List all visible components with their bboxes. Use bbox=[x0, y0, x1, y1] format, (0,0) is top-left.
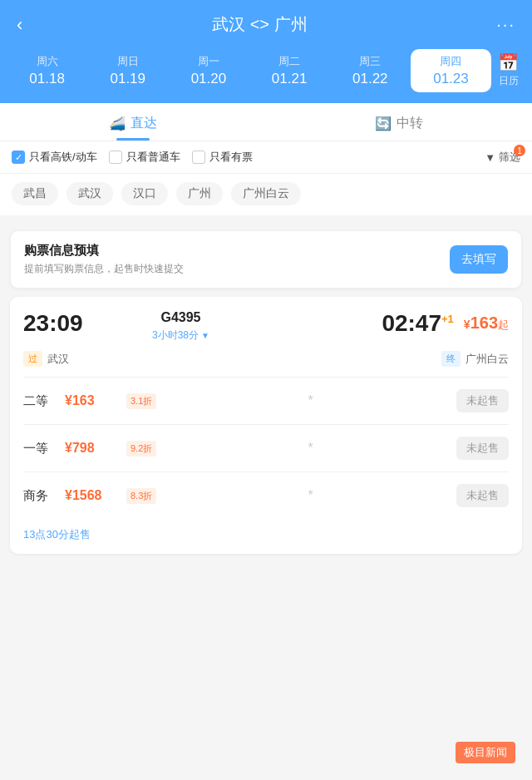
arrival-section: 02:47+1 bbox=[272, 310, 454, 337]
seat-type-second: 二等 bbox=[23, 393, 65, 409]
date-item-0[interactable]: 周六 01.18 bbox=[7, 49, 87, 92]
train-middle-info: G4395 3小时38分 ▼ bbox=[90, 310, 272, 343]
train-price: ¥163起 bbox=[464, 310, 509, 333]
seat-availability-first: * bbox=[165, 441, 456, 456]
seat-price-business: ¥1568 bbox=[65, 488, 123, 503]
seat-discount-business: 8.3折 bbox=[126, 488, 156, 504]
arrival-time: 02:47+1 bbox=[272, 310, 454, 337]
seat-status-business[interactable]: 未起售 bbox=[456, 484, 509, 507]
checkbox-normal[interactable] bbox=[109, 151, 122, 164]
date-item-5[interactable]: 周四 01.23 bbox=[411, 49, 491, 92]
seat-discount-second: 3.1折 bbox=[126, 393, 156, 409]
station-hankou[interactable]: 汉口 bbox=[121, 182, 168, 205]
back-button[interactable]: ‹ bbox=[17, 14, 22, 36]
seat-price-second: ¥163 bbox=[65, 393, 123, 408]
transfer-icon: 🔄 bbox=[375, 116, 392, 131]
seat-row-business: 商务 ¥1568 8.3折 * 未起售 bbox=[10, 472, 522, 519]
station-wuhan[interactable]: 武汉 bbox=[66, 182, 113, 205]
seat-discount-first: 9.2折 bbox=[126, 441, 156, 457]
promo-title: 购票信息预填 bbox=[24, 243, 184, 259]
seat-row-second: 二等 ¥163 3.1折 * 未起售 bbox=[10, 378, 522, 424]
train-card: 23:09 G4395 3小时38分 ▼ 02:47+1 ¥163起 过 武汉 … bbox=[10, 297, 522, 554]
seat-type-business: 商务 bbox=[23, 488, 65, 504]
seat-price-first: ¥798 bbox=[65, 441, 123, 456]
seat-type-first: 一等 bbox=[23, 441, 65, 457]
arr-station-tag: 终 bbox=[441, 351, 461, 367]
promo-subtitle: 提前填写购票信息，起售时快速提交 bbox=[24, 262, 184, 276]
departure-time: 23:09 bbox=[23, 310, 90, 337]
promo-banner: 购票信息预填 提前填写购票信息，起售时快速提交 去填写 bbox=[10, 230, 522, 289]
filter-button[interactable]: ▼ 筛选 1 bbox=[485, 150, 520, 165]
calendar-button[interactable]: 📅 日历 bbox=[491, 47, 525, 93]
checkbox-high-speed[interactable] bbox=[12, 151, 25, 164]
seat-availability-business: * bbox=[165, 488, 456, 503]
station-wuchang[interactable]: 武昌 bbox=[12, 182, 58, 205]
filter-badge: 1 bbox=[514, 145, 525, 156]
seat-availability-second: * bbox=[165, 393, 456, 408]
date-item-2[interactable]: 周一 01.20 bbox=[168, 49, 249, 92]
tab-direct[interactable]: 🚄 直达 bbox=[0, 103, 266, 141]
train-icon: 🚄 bbox=[109, 116, 126, 131]
seat-status-second[interactable]: 未起售 bbox=[456, 389, 509, 412]
promo-button[interactable]: 去填写 bbox=[450, 245, 508, 274]
filter-row: 只看高铁/动车 只看普通车 只看有票 ▼ 筛选 1 bbox=[0, 141, 532, 174]
dropdown-icon[interactable]: ▼ bbox=[201, 331, 209, 340]
filter-high-speed[interactable]: 只看高铁/动车 bbox=[12, 150, 97, 165]
seat-status-first[interactable]: 未起售 bbox=[456, 437, 509, 460]
arr-station-name: 广州白云 bbox=[466, 352, 509, 367]
station-guangzhou[interactable]: 广州 bbox=[176, 182, 223, 205]
date-item-3[interactable]: 周二 01.21 bbox=[249, 49, 330, 92]
train-subinfo: 过 武汉 终 广州白云 bbox=[10, 351, 522, 377]
calendar-icon: 📅 bbox=[498, 52, 519, 72]
app-header: ‹ 武汉 <> 广州 ··· bbox=[0, 0, 532, 47]
tab-transfer[interactable]: 🔄 中转 bbox=[266, 103, 532, 141]
filter-icon: ▼ bbox=[485, 151, 495, 164]
watermark: 极目新闻 bbox=[456, 742, 515, 763]
filter-available[interactable]: 只看有票 bbox=[192, 150, 253, 165]
sale-time: 13点30分起售 bbox=[10, 519, 522, 554]
dep-station-name: 武汉 bbox=[47, 352, 69, 367]
date-navigation: 周六 01.18 周日 01.19 周一 01.20 周二 01.21 周三 0… bbox=[0, 47, 532, 103]
date-item-4[interactable]: 周三 01.22 bbox=[330, 49, 411, 92]
tab-bar: 🚄 直达 🔄 中转 bbox=[0, 103, 532, 141]
station-guangzhou-baiyun[interactable]: 广州白云 bbox=[231, 182, 301, 205]
checkbox-available[interactable] bbox=[192, 151, 205, 164]
seat-row-first: 一等 ¥798 9.2折 * 未起售 bbox=[10, 425, 522, 471]
train-header: 23:09 G4395 3小时38分 ▼ 02:47+1 ¥163起 bbox=[10, 297, 522, 351]
more-button[interactable]: ··· bbox=[496, 15, 515, 34]
promo-text: 购票信息预填 提前填写购票信息，起售时快速提交 bbox=[24, 243, 184, 276]
dep-station-tag: 过 bbox=[23, 351, 42, 367]
filter-normal[interactable]: 只看普通车 bbox=[109, 150, 180, 165]
train-duration: 3小时38分 ▼ bbox=[90, 328, 272, 343]
page-title: 武汉 <> 广州 bbox=[212, 13, 307, 36]
date-item-1[interactable]: 周日 01.19 bbox=[87, 49, 168, 92]
station-row: 武昌 武汉 汉口 广州 广州白云 bbox=[0, 174, 532, 222]
train-number: G4395 bbox=[90, 310, 272, 325]
